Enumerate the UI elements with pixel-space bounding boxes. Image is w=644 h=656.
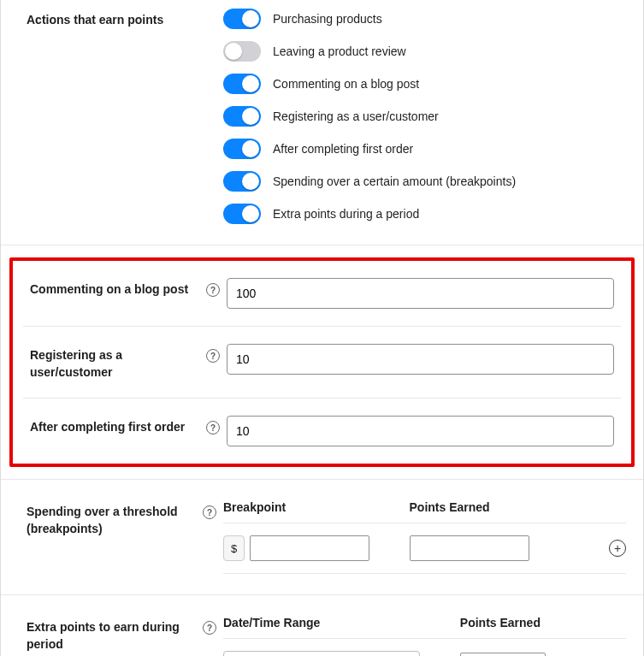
toggle-switch[interactable] — [223, 9, 261, 29]
actions-label: Actions that earn points — [27, 12, 163, 29]
toggle-label: Commenting on a blog post — [273, 77, 419, 91]
toggle-switch[interactable] — [223, 139, 261, 159]
toggle-label: After completing first order — [273, 142, 413, 156]
highlight-box: Commenting on a blog post?Registering as… — [9, 257, 635, 467]
points-input[interactable] — [227, 278, 614, 309]
points-input[interactable] — [227, 344, 614, 375]
toggle-label: Extra points during a period — [273, 207, 419, 221]
toggle-label: Purchasing products — [273, 12, 382, 26]
toggle-label: Spending over a certain amount (breakpoi… — [273, 174, 516, 188]
toggle-label: Registering as a user/customer — [273, 109, 439, 123]
toggle-row: Registering as a user/customer — [223, 106, 626, 127]
help-icon[interactable]: ? — [206, 283, 220, 297]
currency-prefix: $ — [223, 535, 245, 561]
extra-points-input[interactable] — [460, 653, 546, 656]
toggle-row: Commenting on a blog post — [223, 74, 626, 94]
toggle-row: After completing first order — [223, 139, 626, 159]
help-icon[interactable]: ? — [206, 421, 220, 434]
toggle-switch[interactable] — [223, 171, 261, 192]
toggle-row: Extra points during a period — [223, 204, 626, 224]
extra-col-range: Date/Time Range — [223, 616, 460, 629]
toggle-label: Leaving a product review — [273, 44, 406, 58]
extra-col-points: Points Earned — [460, 616, 595, 629]
date-range-picker[interactable]: Start date → End date 📅 — [223, 651, 420, 656]
point-row-label: Commenting on a blog post — [30, 281, 188, 298]
toggle-row: Purchasing products — [223, 9, 626, 29]
add-breakpoint-button[interactable]: + — [609, 540, 626, 557]
threshold-col-points: Points Earned — [410, 500, 596, 514]
toggle-switch[interactable] — [223, 204, 261, 224]
point-row-label: After completing first order — [30, 419, 185, 436]
points-input[interactable] — [227, 416, 614, 446]
help-icon[interactable]: ? — [206, 349, 220, 363]
threshold-col-breakpoint: Breakpoint — [223, 500, 410, 514]
help-icon[interactable]: ? — [203, 505, 216, 519]
toggle-switch[interactable] — [223, 41, 261, 62]
threshold-points-input[interactable] — [410, 535, 529, 561]
extra-label: Extra points to earn during period — [27, 619, 198, 653]
point-row-label: Registering as a user/customer — [30, 347, 201, 381]
toggle-row: Spending over a certain amount (breakpoi… — [223, 171, 626, 192]
toggle-switch[interactable] — [223, 106, 261, 127]
threshold-label: Spending over a threshold (breakpoints) — [27, 504, 198, 537]
toggle-row: Leaving a product review — [223, 41, 626, 62]
breakpoint-input[interactable] — [250, 535, 369, 561]
toggle-switch[interactable] — [223, 74, 261, 94]
help-icon[interactable]: ? — [203, 621, 216, 635]
